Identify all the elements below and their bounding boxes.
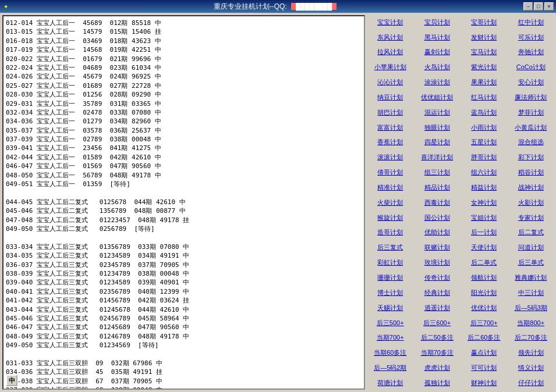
plan-link-7[interactable]: 可乐计划 <box>508 30 554 44</box>
plan-link-90[interactable]: 赢点计划 <box>461 345 507 359</box>
plan-link-3[interactable]: 红中计划 <box>508 15 554 29</box>
plan-content[interactable]: 012-014 宝宝人工后一 45689 012期 85518 中 013-01… <box>3 16 364 389</box>
plan-link-89[interactable]: 当期70多注 <box>415 345 461 359</box>
plan-link-98[interactable]: 财神计划 <box>461 376 507 390</box>
minimize-button[interactable]: － <box>523 2 533 10</box>
plan-link-11[interactable]: 奔驰计划 <box>508 45 554 59</box>
plan-link-94[interactable]: 可可计划 <box>461 361 507 375</box>
plan-link-95[interactable]: 情义计划 <box>508 361 554 375</box>
close-button[interactable]: × <box>544 2 554 10</box>
plan-link-93[interactable]: 虎虎计划 <box>415 361 461 375</box>
plan-link-65[interactable]: 玫境计划 <box>415 255 461 269</box>
plan-link-10[interactable]: 宝马计划 <box>461 45 507 59</box>
plan-link-53[interactable]: 国公计划 <box>415 211 461 224</box>
plan-link-25[interactable]: 混运计划 <box>415 105 461 119</box>
plan-link-41[interactable]: 组三计划 <box>415 165 461 179</box>
plan-link-80[interactable]: 后三500+ <box>367 316 413 330</box>
plan-link-96[interactable]: 荷塘计划 <box>367 376 413 390</box>
plan-link-44[interactable]: 精准计划 <box>367 180 413 194</box>
plan-link-97[interactable]: 孤独计划 <box>415 376 461 390</box>
plan-link-74[interactable]: 阳光计划 <box>461 286 507 300</box>
plan-link-58[interactable]: 后一计划 <box>461 226 507 240</box>
plan-link-66[interactable]: 后二单式 <box>461 255 507 269</box>
plan-link-23[interactable]: 廉法师计划 <box>508 90 554 104</box>
plan-link-59[interactable]: 后二复式 <box>508 226 554 240</box>
plan-link-72[interactable]: 博士计划 <box>367 286 413 300</box>
plan-link-17[interactable]: 涂涂计划 <box>415 75 461 89</box>
plan-link-29[interactable]: 独眼计划 <box>415 120 461 134</box>
plan-link-77[interactable]: 逍遥计划 <box>415 301 461 315</box>
plan-link-82[interactable]: 后三700+ <box>461 316 507 330</box>
plan-link-56[interactable]: 造哥计划 <box>367 226 413 240</box>
plan-link-28[interactable]: 富富计划 <box>367 120 413 134</box>
plan-link-40[interactable]: 倩哥计划 <box>367 165 413 179</box>
plan-link-85[interactable]: 后二50多注 <box>415 331 461 345</box>
plan-link-45[interactable]: 精品计划 <box>415 180 461 194</box>
plan-link-8[interactable]: 拉风计划 <box>367 45 413 59</box>
plan-link-73[interactable]: 经典计划 <box>415 286 461 300</box>
plan-link-35[interactable]: 混合组选 <box>508 136 554 149</box>
plan-link-22[interactable]: 红马计划 <box>461 90 507 104</box>
plan-link-26[interactable]: 蓝鸟计划 <box>461 105 507 119</box>
plan-link-21[interactable]: 优优姐计划 <box>415 90 461 104</box>
plan-link-51[interactable]: 火影计划 <box>508 195 554 209</box>
plan-link-31[interactable]: 小黄瓜计划 <box>508 120 554 134</box>
plan-link-50[interactable]: 女神计划 <box>461 195 507 209</box>
plan-link-6[interactable]: 发财计划 <box>461 30 507 44</box>
plan-link-64[interactable]: 彩虹计划 <box>367 255 413 269</box>
plan-link-87[interactable]: 后二70多注 <box>508 331 554 345</box>
plan-link-78[interactable]: 优优计划 <box>461 301 507 315</box>
plan-link-79[interactable]: 后—5码3期 <box>508 301 554 315</box>
plan-link-37[interactable]: 喜洋洋计划 <box>415 151 461 165</box>
plan-link-19[interactable]: 安心计划 <box>508 75 554 89</box>
maximize-button[interactable]: □ <box>534 2 543 10</box>
plan-link-13[interactable]: 火鸟计划 <box>415 60 461 74</box>
plan-link-14[interactable]: 紫光计划 <box>461 60 507 74</box>
plan-link-18[interactable]: 果果计划 <box>461 75 507 89</box>
plan-link-32[interactable]: 香蕉计划 <box>367 136 413 149</box>
plan-link-86[interactable]: 后二60多注 <box>461 331 507 345</box>
plan-link-61[interactable]: 联赌计划 <box>415 241 461 255</box>
plan-link-71[interactable]: 雅典娜计划 <box>508 270 554 284</box>
plan-link-60[interactable]: 后三复式 <box>367 241 413 255</box>
plan-link-55[interactable]: 专家计划 <box>508 211 554 224</box>
plan-link-75[interactable]: 中三计划 <box>508 286 554 300</box>
plan-link-62[interactable]: 天使计划 <box>461 241 507 255</box>
plan-link-27[interactable]: 梦菲计划 <box>508 105 554 119</box>
plan-link-9[interactable]: 赢剑计划 <box>415 45 461 59</box>
plan-link-84[interactable]: 当期700+ <box>367 331 413 345</box>
plan-link-48[interactable]: 火柴计划 <box>367 195 413 209</box>
plan-link-68[interactable]: 珊珊计划 <box>367 270 413 284</box>
plan-link-16[interactable]: 沁沁计划 <box>367 75 413 89</box>
plan-link-70[interactable]: 领航计划 <box>461 270 507 284</box>
plan-link-83[interactable]: 当期800+ <box>508 316 554 330</box>
plan-link-36[interactable]: 滚滚计划 <box>367 151 413 165</box>
plan-link-49[interactable]: 西毒计划 <box>415 195 461 209</box>
plan-link-88[interactable]: 当期60多注 <box>367 345 413 359</box>
plan-link-24[interactable]: 胡巴计划 <box>367 105 413 119</box>
plan-link-2[interactable]: 宝哥计划 <box>461 15 507 29</box>
plan-link-20[interactable]: 纳豆计划 <box>367 90 413 104</box>
plan-link-92[interactable]: 后—5码2期 <box>367 361 413 375</box>
plan-link-39[interactable]: 彩下计划 <box>508 151 554 165</box>
plan-link-52[interactable]: 猴旋计划 <box>367 211 413 224</box>
plan-link-1[interactable]: 宝贝计划 <box>415 15 461 29</box>
plan-link-43[interactable]: 稻谷计划 <box>508 165 554 179</box>
plan-link-69[interactable]: 传奇计划 <box>415 270 461 284</box>
plan-link-81[interactable]: 后三600+ <box>415 316 461 330</box>
plan-link-47[interactable]: 战神计划 <box>508 180 554 194</box>
plan-link-57[interactable]: 优助计划 <box>415 226 461 240</box>
plan-link-91[interactable]: 领先计划 <box>508 345 554 359</box>
plan-link-54[interactable]: 宝姐计划 <box>461 211 507 224</box>
plan-link-46[interactable]: 精益计划 <box>461 180 507 194</box>
plan-link-63[interactable]: 问道计划 <box>508 241 554 255</box>
plan-link-67[interactable]: 后三单式 <box>508 255 554 269</box>
plan-link-38[interactable]: 胖哥计划 <box>461 151 507 165</box>
plan-link-4[interactable]: 东风计划 <box>367 30 413 44</box>
plan-link-0[interactable]: 宝宝计划 <box>367 15 413 29</box>
plan-link-99[interactable]: 仔仔计划 <box>508 376 554 390</box>
plan-link-12[interactable]: 小苹果计划 <box>367 60 413 74</box>
plan-link-5[interactable]: 黑马计划 <box>415 30 461 44</box>
plan-link-42[interactable]: 组六计划 <box>461 165 507 179</box>
plan-link-76[interactable]: 天赐计划 <box>367 301 413 315</box>
